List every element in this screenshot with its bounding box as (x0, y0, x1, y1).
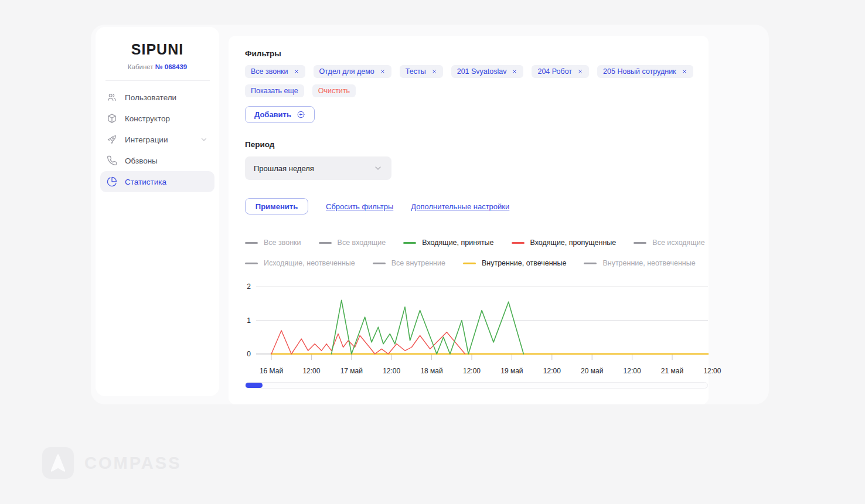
watermark-label: COMPASS (84, 454, 181, 473)
chevron-down-icon (200, 135, 208, 144)
legend-series-label: Все внутренние (391, 259, 445, 267)
show-more-button[interactable]: Показать еще (245, 84, 304, 97)
chart-x-tick-label: 12:00 (383, 367, 400, 375)
chart-x-tick-label: 18 май (420, 367, 442, 375)
chart-x-tick-label: 16 Май (260, 367, 283, 375)
close-icon[interactable] (380, 69, 386, 74)
sidebar-item-constructor[interactable]: Конструктор (100, 108, 214, 129)
chart-y-tick-label: 1 (247, 316, 251, 325)
app-container: SIPUNI Кабинет № 068439 ПользователиКонс… (91, 25, 769, 404)
legend-series-label: Внутренние, отвеченные (482, 259, 566, 267)
chart-x-tick-label: 12:00 (624, 367, 641, 375)
legend-item[interactable]: Все входящие (319, 239, 386, 247)
sidebar-item-statistics[interactable]: Статистика (100, 171, 214, 192)
filter-chip-label: Тесты (406, 67, 426, 76)
close-icon[interactable] (294, 69, 299, 74)
actions-row: Применить Сбросить фильтры Дополнительны… (245, 198, 709, 214)
chart-scrollbar-thumb[interactable] (246, 383, 263, 388)
period-title: Период (245, 140, 709, 149)
close-icon[interactable] (577, 69, 583, 74)
main-panel: Фильтры Все звонкиОтдел для демоТесты201… (229, 36, 709, 404)
filter-chip-label: 205 Новый сотрудник (603, 67, 676, 76)
cabinet-info: Кабинет № 068439 (96, 63, 219, 70)
filters-title: Фильтры (245, 49, 709, 58)
filter-chip[interactable]: 205 Новый сотрудник (597, 65, 693, 78)
close-icon[interactable] (682, 69, 687, 74)
legend-item[interactable]: Входящие, пропущенные (512, 239, 617, 247)
legend-series-label: Все исходящие (652, 239, 704, 247)
divider (105, 80, 210, 81)
filter-chip[interactable]: 201 Svyatoslav (451, 65, 524, 78)
legend-item[interactable]: Исходящие, неотвеченные (245, 259, 355, 267)
legend-item[interactable]: Все исходящие (634, 239, 704, 247)
filter-actions-row: Показать еще Очистить (245, 84, 709, 97)
legend-series-label: Внутренние, неотвеченные (602, 259, 695, 267)
legend-series-label: Входящие, принятые (422, 239, 493, 247)
filter-chip[interactable]: Отдел для демо (314, 65, 391, 78)
filter-chip-label: 201 Svyatoslav (457, 67, 507, 76)
sidebar-item-label: Статистика (125, 178, 166, 186)
legend-row: Все звонкиВсе входящиеВходящие, принятые… (245, 239, 709, 247)
rocket-icon (107, 134, 117, 145)
sidebar-item-calls[interactable]: Обзвоны (100, 150, 214, 171)
sidebar-nav: ПользователиКонструкторИнтеграцииОбзвоны… (96, 87, 219, 192)
chart-x-tick-label: 12:00 (703, 367, 721, 375)
chart-x-tick-label: 21 май (661, 367, 683, 375)
chevron-down-icon (373, 164, 383, 173)
filter-chip[interactable]: Тесты (400, 65, 443, 78)
chart-scrollbar[interactable] (245, 382, 708, 389)
chart-y-tick-label: 2 (247, 282, 251, 291)
legend-item[interactable]: Внутренние, отвеченные (463, 259, 566, 267)
filter-chip[interactable]: Все звонки (245, 65, 305, 78)
legend-series-label: Все звонки (264, 239, 301, 247)
legend-series-swatch (245, 242, 258, 244)
chart-legend: Все звонкиВсе входящиеВходящие, принятые… (245, 239, 709, 267)
legend-series-label: Входящие, пропущенные (530, 239, 617, 247)
filter-chip-label: Все звонки (251, 67, 288, 76)
filter-chip[interactable]: 204 Робот (532, 65, 589, 78)
chart-x-tick-label: 12:00 (302, 367, 320, 375)
period-selected-value: Прошлая неделя (254, 164, 314, 173)
navigation-arrow-icon (42, 447, 74, 479)
close-icon[interactable] (431, 69, 437, 74)
pie-chart-icon (107, 176, 117, 187)
sidebar-item-users[interactable]: Пользователи (100, 87, 214, 108)
phone-icon (107, 155, 117, 166)
legend-series-label: Исходящие, неотвеченные (264, 259, 355, 267)
legend-item[interactable]: Все внутренние (373, 259, 445, 267)
legend-item[interactable]: Внутренние, неотвеченные (584, 259, 695, 267)
sidebar-item-label: Интеграции (125, 135, 168, 144)
filter-chip-label: 204 Робот (537, 67, 572, 76)
add-filter-button[interactable]: Добавить (245, 106, 315, 123)
sidebar-item-integrations[interactable]: Интеграции (100, 129, 214, 150)
legend-series-swatch (319, 242, 332, 244)
sidebar-item-label: Конструктор (125, 114, 170, 123)
chart-series-line (271, 331, 465, 354)
cube-icon (107, 113, 117, 124)
cabinet-number: № 068439 (155, 63, 187, 70)
clear-filters-button[interactable]: Очистить (312, 84, 356, 97)
sidebar-item-label: Обзвоны (125, 156, 158, 165)
legend-item[interactable]: Входящие, принятые (403, 239, 493, 247)
legend-row: Исходящие, неотвеченныеВсе внутренниеВну… (245, 259, 709, 267)
legend-series-swatch (584, 263, 597, 264)
period-select[interactable]: Прошлая неделя (245, 156, 391, 180)
filter-chip-label: Отдел для демо (319, 67, 374, 76)
legend-item[interactable]: Все звонки (245, 239, 301, 247)
chart-x-tick-label: 17 май (340, 367, 363, 375)
close-icon[interactable] (512, 69, 517, 74)
advanced-settings-link[interactable]: Дополнительные настройки (411, 202, 509, 211)
app-logo: SIPUNI (96, 41, 219, 58)
legend-series-swatch (463, 263, 476, 264)
legend-series-swatch (634, 242, 646, 244)
sidebar-item-label: Пользователи (125, 93, 176, 102)
filter-chips-row: Все звонкиОтдел для демоТесты201 Svyatos… (245, 65, 709, 78)
compass-watermark: COMPASS (42, 447, 181, 479)
users-icon (107, 92, 117, 103)
legend-series-swatch (373, 263, 386, 264)
legend-series-swatch (403, 242, 416, 244)
reset-filters-link[interactable]: Сбросить фильтры (326, 202, 393, 211)
apply-button[interactable]: Применить (245, 198, 308, 214)
chart-x-tick-label: 12:00 (463, 367, 481, 375)
calls-line-chart: 01216 Май12:0017 май12:0018 май12:0019 м… (245, 282, 708, 377)
